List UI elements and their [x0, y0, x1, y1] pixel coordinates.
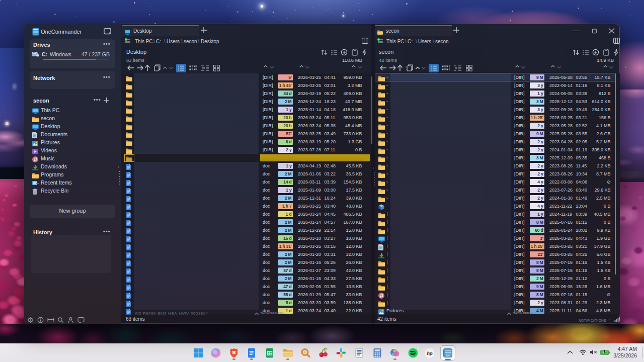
svg-text:hp: hp	[427, 350, 433, 356]
svg-text:one: one	[446, 354, 450, 357]
